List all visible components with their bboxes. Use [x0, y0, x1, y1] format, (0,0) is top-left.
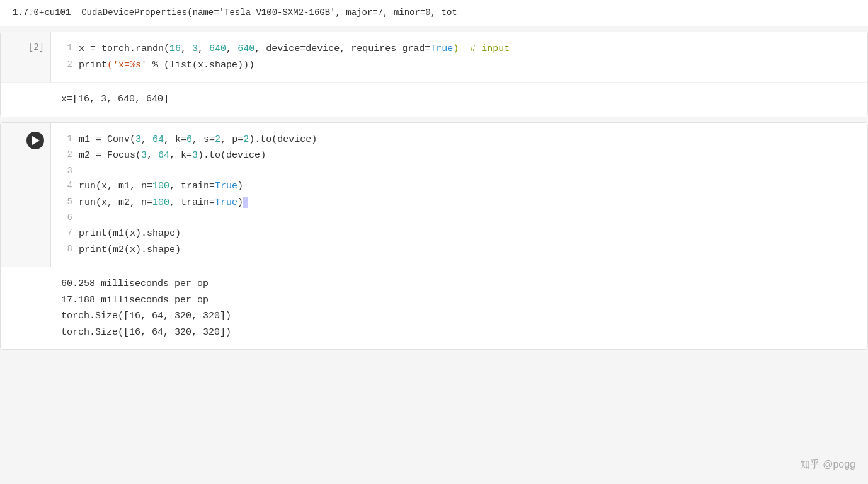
cell-1: 1m1 = Conv(3, 64, k=6, s=2, p=2).to(devi…: [0, 122, 868, 350]
code-part: True: [215, 181, 237, 192]
code-part: ) # input: [453, 43, 510, 54]
code-part: print: [79, 245, 107, 255]
code-part: (m2(x).shape): [107, 245, 181, 255]
code-part: True: [430, 43, 453, 54]
code-text: run(x, m1, n=100, train=True): [79, 178, 243, 195]
code-text: print(m2(x).shape): [79, 242, 181, 258]
code-part: print: [79, 228, 107, 239]
line-number: 1: [61, 41, 72, 57]
cells-container: [2]1x = torch.randn(16, 3, 640, 640, dev…: [0, 32, 868, 350]
code-part: , p=: [220, 134, 243, 145]
code-line: 1m1 = Conv(3, 64, k=6, s=2, p=2).to(devi…: [61, 132, 857, 148]
code-part: 100: [152, 197, 169, 208]
code-line: 1x = torch.randn(16, 3, 640, 640, device…: [61, 41, 857, 57]
cell-label: [2]: [28, 41, 44, 52]
code-line: 8print(m2(x).shape): [61, 242, 857, 258]
line-number: 7: [61, 226, 72, 242]
code-part: % (list(x.shape))): [147, 60, 254, 71]
code-part: , k=: [164, 134, 186, 145]
line-number: 5: [61, 195, 72, 211]
code-part: 3: [135, 134, 141, 145]
code-part: ,: [226, 43, 237, 54]
cursor: [243, 197, 248, 208]
top-bar-text: 1.7.0+cu101 _CudaDeviceProperties(name='…: [13, 8, 457, 18]
code-part: (m1(x).shape): [107, 228, 181, 239]
code-part: , s=: [192, 134, 215, 145]
run-button[interactable]: [26, 132, 44, 149]
code-text: m2 = Focus(3, 64, k=3).to(device): [79, 147, 266, 164]
code-part: m1 = Conv(: [79, 134, 135, 145]
line-number: 6: [61, 210, 72, 226]
watermark-text: 知乎 @pogg: [800, 459, 855, 470]
code-part: ('x=%s': [107, 60, 147, 71]
code-part: ,: [141, 134, 152, 145]
code-part: 640: [209, 43, 226, 54]
cell-container-0: [2]1x = torch.randn(16, 3, 640, 640, dev…: [1, 32, 867, 82]
code-part: run(x, m2, n=: [79, 197, 152, 208]
code-part: , train=: [169, 181, 215, 192]
code-part: m2 = Focus(: [79, 150, 141, 161]
code-part: True: [215, 197, 237, 208]
code-part: 2: [215, 134, 220, 145]
code-part: , train=: [169, 197, 215, 208]
code-text: m1 = Conv(3, 64, k=6, s=2, p=2).to(devic…: [79, 132, 317, 148]
code-part: 3: [192, 150, 198, 161]
watermark: 知乎 @pogg: [800, 458, 855, 471]
code-part: 3: [192, 43, 198, 54]
cell-code-1: 1m1 = Conv(3, 64, k=6, s=2, p=2).to(devi…: [51, 123, 867, 267]
code-part: 3: [141, 150, 147, 161]
line-number: 4: [61, 178, 72, 195]
code-part: x = torch.randn(: [79, 43, 169, 54]
line-number: 3: [61, 164, 72, 179]
code-part: , k=: [169, 150, 192, 161]
code-text: run(x, m2, n=100, train=True): [79, 195, 248, 211]
code-part: 100: [152, 181, 169, 192]
cell-0: [2]1x = torch.randn(16, 3, 640, 640, dev…: [0, 32, 868, 117]
cell-gutter-0: [2]: [1, 32, 51, 82]
code-text: x = torch.randn(16, 3, 640, 640, device=…: [79, 41, 510, 57]
top-bar: 1.7.0+cu101 _CudaDeviceProperties(name='…: [0, 0, 868, 26]
line-number: 2: [61, 57, 72, 74]
code-line: 4run(x, m1, n=100, train=True): [61, 178, 857, 195]
run-button-icon: [32, 136, 40, 145]
line-number: 2: [61, 147, 72, 164]
code-part: ): [237, 181, 243, 192]
code-line: 3: [61, 164, 857, 179]
code-part: run(x, m1, n=: [79, 181, 152, 192]
code-text: print(m1(x).shape): [79, 226, 181, 242]
code-part: 2: [243, 134, 249, 145]
cell-gutter-1: [1, 123, 51, 267]
code-line: 5run(x, m2, n=100, train=True): [61, 195, 857, 211]
code-line: 2print('x=%s' % (list(x.shape))): [61, 57, 857, 74]
code-part: ).to(device): [198, 150, 266, 161]
code-line: 7print(m1(x).shape): [61, 226, 857, 242]
code-part: 64: [152, 134, 164, 145]
code-part: 64: [158, 150, 169, 161]
code-part: 16: [169, 43, 181, 54]
code-part: ,: [147, 150, 158, 161]
code-text: print('x=%s' % (list(x.shape))): [79, 57, 254, 74]
code-line: 6: [61, 210, 857, 226]
line-number: 8: [61, 242, 72, 258]
code-line: 2m2 = Focus(3, 64, k=3).to(device): [61, 147, 857, 164]
code-part: 6: [186, 134, 192, 145]
code-part: print: [79, 60, 107, 71]
code-part: 640: [237, 43, 254, 54]
code-part: ,: [181, 43, 192, 54]
cell-output-0: x=[16, 3, 640, 640]: [1, 82, 867, 117]
code-part: ): [237, 197, 243, 208]
line-number: 1: [61, 132, 72, 148]
code-part: ,: [198, 43, 209, 54]
cell-container-1: 1m1 = Conv(3, 64, k=6, s=2, p=2).to(devi…: [1, 123, 867, 267]
code-part: , device=device, requires_grad=: [254, 43, 430, 54]
cell-output-1: 60.258 milliseconds per op 17.188 millis…: [1, 267, 867, 349]
code-part: ).to(device): [249, 134, 317, 145]
cell-code-0: 1x = torch.randn(16, 3, 640, 640, device…: [51, 32, 867, 82]
